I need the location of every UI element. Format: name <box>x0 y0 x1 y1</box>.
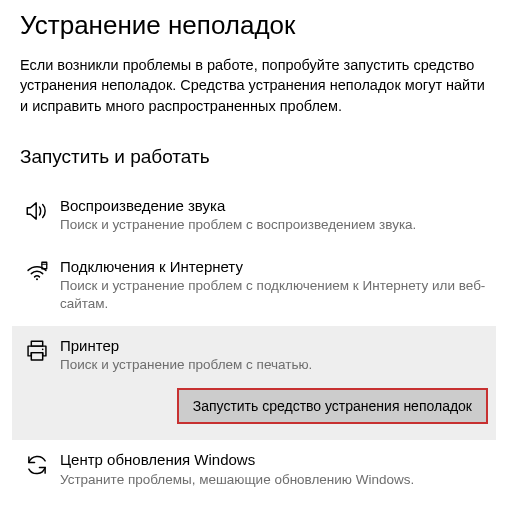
run-troubleshooter-button[interactable]: Запустить средство устранения неполадок <box>177 388 488 424</box>
item-desc: Устраните проблемы, мешающие обновлению … <box>60 471 488 489</box>
troubleshoot-item-audio[interactable]: Воспроизведение звука Поиск и устранение… <box>12 186 496 247</box>
troubleshoot-item-windows-update[interactable]: Центр обновления Windows Устраните пробл… <box>12 440 496 501</box>
item-title: Принтер <box>60 336 488 356</box>
page-title: Устранение неполадок <box>20 10 488 41</box>
svg-point-0 <box>36 278 38 280</box>
page-intro: Если возникли проблемы в работе, попробу… <box>20 55 488 116</box>
sync-icon <box>20 450 54 478</box>
troubleshoot-item-internet[interactable]: Подключения к Интернету Поиск и устранен… <box>12 247 496 326</box>
troubleshoot-item-printer[interactable]: Принтер Поиск и устранение проблем с печ… <box>12 326 496 441</box>
svg-rect-4 <box>31 352 42 359</box>
svg-rect-3 <box>31 341 42 346</box>
svg-point-5 <box>42 348 44 350</box>
item-title: Центр обновления Windows <box>60 450 488 470</box>
item-desc: Поиск и устранение проблем с печатью. <box>60 356 488 374</box>
section-title: Запустить и работать <box>20 146 488 168</box>
item-desc: Поиск и устранение проблем с подключение… <box>60 277 488 313</box>
item-title: Подключения к Интернету <box>60 257 488 277</box>
item-desc: Поиск и устранение проблем с воспроизвед… <box>60 216 488 234</box>
speaker-icon <box>20 196 54 224</box>
printer-icon <box>20 336 54 364</box>
wifi-icon <box>20 257 54 285</box>
item-title: Воспроизведение звука <box>60 196 488 216</box>
